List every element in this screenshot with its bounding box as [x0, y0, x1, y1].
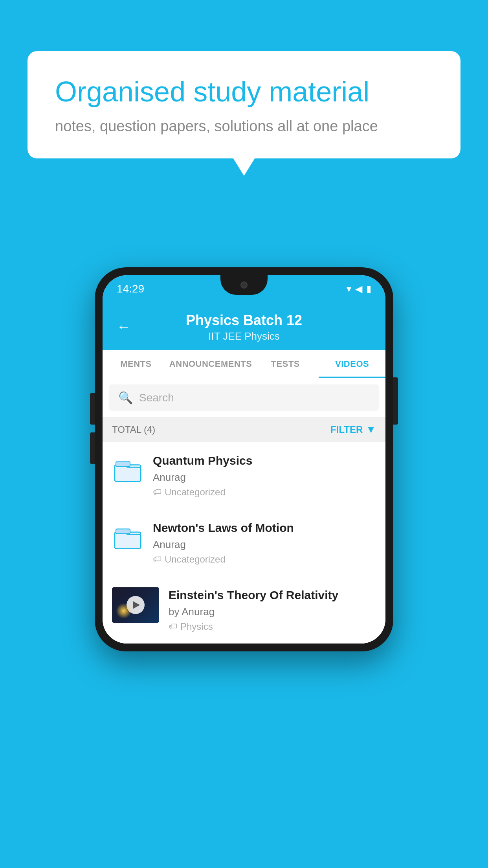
tab-tests[interactable]: TESTS	[252, 350, 319, 378]
video-author: by Anurag	[169, 606, 376, 618]
bubble-title: Organised study material	[55, 75, 433, 108]
folder-icon	[112, 454, 143, 486]
tag-icon: 🏷	[153, 554, 161, 565]
camera-dot	[240, 281, 248, 289]
play-icon	[133, 601, 140, 609]
svg-rect-1	[116, 462, 130, 466]
status-time: 14:29	[117, 283, 144, 295]
video-title: Quantum Physics	[153, 453, 376, 468]
tag-icon: 🏷	[169, 622, 177, 632]
phone-mockup: 14:29 ▾ ◀ ▮ ← Physics Batch 12 IIT JEE P…	[95, 267, 393, 651]
search-icon: 🔍	[118, 391, 133, 405]
tab-videos[interactable]: VIDEOS	[319, 350, 385, 378]
list-item[interactable]: Einstein's Theory Of Relativity by Anura…	[103, 576, 385, 644]
app-header: ← Physics Batch 12 IIT JEE Physics	[103, 303, 385, 350]
filter-bar: TOTAL (4) FILTER ▼	[103, 417, 385, 442]
filter-button[interactable]: FILTER ▼	[330, 423, 376, 436]
video-tag: 🏷 Physics	[169, 621, 376, 632]
svg-rect-3	[116, 529, 130, 533]
video-info: Newton's Laws of Motion Anurag 🏷 Uncateg…	[153, 520, 376, 565]
notch	[220, 275, 268, 295]
video-list: Quantum Physics Anurag 🏷 Uncategorized	[103, 442, 385, 644]
video-author: Anurag	[153, 471, 376, 484]
tab-announcements[interactable]: ANNOUNCEMENTS	[169, 350, 252, 378]
back-button[interactable]: ←	[117, 318, 131, 335]
video-title: Einstein's Theory Of Relativity	[169, 587, 376, 603]
status-bar: 14:29 ▾ ◀ ▮	[103, 275, 385, 303]
tab-bar: MENTS ANNOUNCEMENTS TESTS VIDEOS	[103, 350, 385, 378]
signal-icon: ◀	[355, 283, 362, 294]
video-info: Einstein's Theory Of Relativity by Anura…	[169, 587, 376, 632]
list-item[interactable]: Quantum Physics Anurag 🏷 Uncategorized	[103, 442, 385, 509]
search-placeholder: Search	[139, 392, 174, 404]
video-author: Anurag	[153, 539, 376, 551]
battery-icon: ▮	[366, 283, 371, 294]
phone-outer: 14:29 ▾ ◀ ▮ ← Physics Batch 12 IIT JEE P…	[95, 267, 393, 651]
video-info: Quantum Physics Anurag 🏷 Uncategorized	[153, 453, 376, 498]
list-item[interactable]: Newton's Laws of Motion Anurag 🏷 Uncateg…	[103, 509, 385, 576]
wifi-icon: ▾	[347, 283, 351, 294]
video-tag: 🏷 Uncategorized	[153, 487, 376, 498]
tab-ments[interactable]: MENTS	[103, 350, 169, 378]
video-thumbnail	[112, 587, 159, 623]
video-title: Newton's Laws of Motion	[153, 520, 376, 535]
thumb-glow	[116, 603, 132, 619]
folder-icon	[112, 522, 143, 553]
tag-icon: 🏷	[153, 487, 161, 497]
filter-icon: ▼	[366, 423, 376, 436]
status-icons: ▾ ◀ ▮	[347, 283, 371, 294]
search-bar[interactable]: 🔍 Search	[109, 384, 379, 411]
header-title: Physics Batch 12	[117, 312, 371, 329]
speech-bubble: Organised study material notes, question…	[28, 51, 460, 158]
total-count: TOTAL (4)	[112, 424, 155, 435]
header-subtitle: IIT JEE Physics	[117, 330, 371, 342]
speech-bubble-container: Organised study material notes, question…	[28, 51, 460, 158]
phone-screen: 14:29 ▾ ◀ ▮ ← Physics Batch 12 IIT JEE P…	[103, 275, 385, 644]
video-tag: 🏷 Uncategorized	[153, 554, 376, 565]
bubble-subtitle: notes, question papers, solutions all at…	[55, 118, 433, 135]
